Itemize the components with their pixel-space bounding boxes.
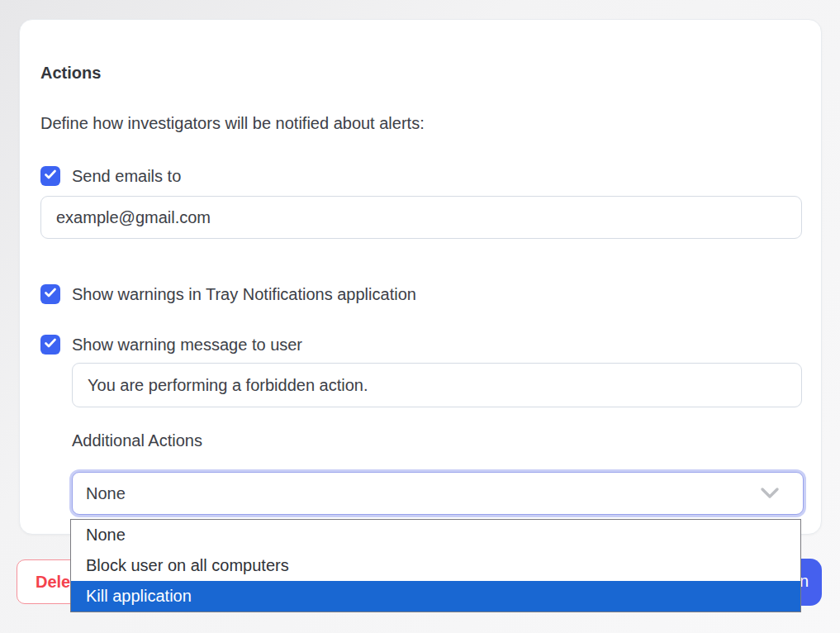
selected-value: None xyxy=(86,484,126,503)
tray-warnings-checkbox[interactable] xyxy=(40,284,60,304)
option-none[interactable]: None xyxy=(71,520,800,550)
card-title: Actions xyxy=(40,64,101,83)
send-emails-label: Send emails to xyxy=(72,167,181,186)
send-emails-row: Send emails to xyxy=(40,166,181,186)
checkmark-icon xyxy=(45,337,56,352)
email-input[interactable] xyxy=(40,196,802,239)
actions-card: Actions Define how investigators will be… xyxy=(19,19,822,535)
card-description: Define how investigators will be notifie… xyxy=(40,114,425,133)
checkmark-icon xyxy=(45,169,56,183)
option-block-user[interactable]: Block user on all computers xyxy=(71,550,800,581)
warning-message-input[interactable] xyxy=(72,363,802,407)
option-kill-application[interactable]: Kill application xyxy=(71,581,800,612)
warning-message-checkbox[interactable] xyxy=(40,335,60,355)
send-emails-checkbox[interactable] xyxy=(40,166,60,186)
chevron-down-icon xyxy=(760,487,780,500)
additional-actions-dropdown: None Block user on all computers Kill ap… xyxy=(70,519,801,612)
warning-message-label: Show warning message to user xyxy=(72,336,302,355)
tray-warnings-label: Show warnings in Tray Notifications appl… xyxy=(72,285,416,304)
tray-warnings-row: Show warnings in Tray Notifications appl… xyxy=(40,284,416,304)
warning-message-row: Show warning message to user xyxy=(40,335,302,355)
additional-actions-label: Additional Actions xyxy=(72,431,202,450)
additional-actions-select[interactable]: None xyxy=(72,472,804,515)
checkmark-icon xyxy=(45,287,56,302)
